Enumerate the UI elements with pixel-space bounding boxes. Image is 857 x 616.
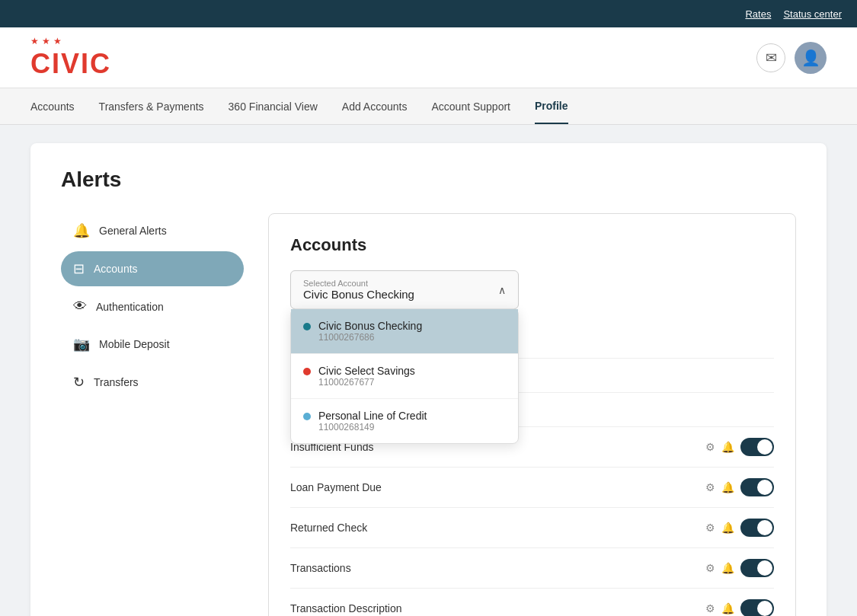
toggle-transactions[interactable] bbox=[740, 559, 774, 577]
nav-accounts[interactable]: Accounts bbox=[30, 90, 75, 123]
nav-transfers[interactable]: Transfers & Payments bbox=[99, 90, 204, 123]
layout: 🔔 General Alerts ⊟ Accounts 👁 Authentica… bbox=[61, 213, 796, 616]
settings-icon-funds[interactable]: ⚙ bbox=[705, 441, 715, 453]
main-content: Alerts 🔔 General Alerts ⊟ Accounts 👁 Aut… bbox=[0, 125, 857, 616]
content-card: Alerts 🔔 General Alerts ⊟ Accounts 👁 Aut… bbox=[30, 143, 827, 616]
sidebar-item-mobile[interactable]: 📷 Mobile Deposit bbox=[61, 327, 244, 362]
dropdown-label: Selected Account bbox=[303, 279, 414, 288]
alert-label-transactions: Transactions bbox=[290, 562, 351, 574]
accounts-icon: ⊟ bbox=[73, 260, 85, 277]
option-number-credit: 11000268149 bbox=[318, 422, 427, 432]
sidebar-label-mobile: Mobile Deposit bbox=[99, 338, 170, 350]
alert-row-transactions: Transactions ⚙ 🔔 bbox=[290, 548, 774, 589]
dot-checking bbox=[303, 323, 311, 330]
sidebar-item-accounts[interactable]: ⊟ Accounts bbox=[61, 251, 244, 286]
alert-label-description: Transaction Description bbox=[290, 602, 402, 614]
top-bar: Rates Status center bbox=[0, 0, 857, 27]
nav-financial[interactable]: 360 Financial View bbox=[229, 90, 318, 123]
option-name-savings: Civic Select Savings bbox=[318, 365, 415, 377]
alert-row-returned: Returned Check ⚙ 🔔 bbox=[290, 508, 774, 548]
avatar[interactable]: 👤 bbox=[795, 42, 827, 74]
dropdown-option-checking[interactable]: Civic Bonus Checking 11000267686 bbox=[291, 309, 518, 354]
dropdown-option-savings[interactable]: Civic Select Savings 11000267677 bbox=[291, 354, 518, 399]
sidebar: 🔔 General Alerts ⊟ Accounts 👁 Authentica… bbox=[61, 213, 244, 616]
dropdown-menu: Civic Bonus Checking 11000267686 Civic S… bbox=[290, 308, 519, 444]
star-2: ★ bbox=[42, 36, 50, 46]
sidebar-item-transfers[interactable]: ↻ Transfers bbox=[61, 365, 244, 400]
alert-controls-funds: ⚙ 🔔 bbox=[705, 438, 774, 456]
account-dropdown-container: Selected Account Civic Bonus Checking ∧ … bbox=[290, 270, 774, 309]
notification-icon-returned[interactable]: 🔔 bbox=[721, 522, 734, 534]
alert-row-description: Transaction Description ⚙ 🔔 bbox=[290, 589, 774, 616]
nav-support[interactable]: Account Support bbox=[431, 90, 510, 123]
auth-icon: 👁 bbox=[73, 298, 87, 314]
sidebar-label-authentication: Authentication bbox=[96, 301, 164, 313]
header: ★ ★ ★ CIVIC ✉ 👤 bbox=[0, 27, 857, 88]
dot-credit bbox=[303, 413, 311, 420]
dropdown-value: Civic Bonus Checking bbox=[303, 288, 414, 301]
accounts-panel: Accounts Selected Account Civic Bonus Ch… bbox=[268, 213, 796, 616]
alert-label-returned: Returned Check bbox=[290, 522, 367, 534]
sidebar-item-authentication[interactable]: 👁 Authentication bbox=[61, 289, 244, 324]
dropdown-option-credit[interactable]: Personal Line of Credit 11000268149 bbox=[291, 399, 518, 443]
alert-controls-transactions: ⚙ 🔔 bbox=[705, 559, 774, 577]
notification-icon-loan[interactable]: 🔔 bbox=[721, 481, 734, 493]
toggle-description[interactable] bbox=[740, 599, 774, 616]
logo-stars: ★ ★ ★ bbox=[30, 36, 62, 46]
nav-profile[interactable]: Profile bbox=[535, 89, 568, 124]
nav-add[interactable]: Add Accounts bbox=[342, 90, 408, 123]
settings-icon-returned[interactable]: ⚙ bbox=[705, 522, 715, 534]
account-dropdown[interactable]: Selected Account Civic Bonus Checking ∧ bbox=[290, 270, 519, 309]
star-1: ★ bbox=[30, 36, 39, 46]
option-name-credit: Personal Line of Credit bbox=[318, 410, 427, 422]
accounts-section: Accounts Selected Account Civic Bonus Ch… bbox=[268, 213, 796, 616]
toggle-returned[interactable] bbox=[740, 519, 774, 537]
sidebar-item-general[interactable]: 🔔 General Alerts bbox=[61, 213, 244, 248]
bell-icon: 🔔 bbox=[73, 222, 90, 239]
notification-icon-description[interactable]: 🔔 bbox=[721, 602, 734, 614]
logo: ★ ★ ★ CIVIC bbox=[30, 36, 111, 80]
option-number-savings: 11000267677 bbox=[318, 377, 415, 388]
sidebar-label-accounts: Accounts bbox=[94, 263, 138, 275]
status-center-link[interactable]: Status center bbox=[783, 8, 842, 20]
alert-row-loan: Loan Payment Due ⚙ 🔔 bbox=[290, 468, 774, 508]
accounts-panel-title: Accounts bbox=[290, 235, 774, 255]
logo-text: CIVIC bbox=[30, 48, 111, 80]
header-icons: ✉ 👤 bbox=[756, 42, 827, 74]
alert-label-loan: Loan Payment Due bbox=[290, 481, 382, 493]
settings-icon-loan[interactable]: ⚙ bbox=[705, 481, 715, 493]
chevron-up-icon: ∧ bbox=[498, 284, 506, 296]
rates-link[interactable]: Rates bbox=[745, 8, 771, 20]
alert-controls-description: ⚙ 🔔 bbox=[705, 599, 774, 616]
sidebar-label-general: General Alerts bbox=[99, 225, 167, 237]
sidebar-label-transfers: Transfers bbox=[94, 376, 139, 388]
notification-icon-transactions[interactable]: 🔔 bbox=[721, 562, 734, 574]
transfers-icon: ↻ bbox=[73, 374, 85, 391]
option-number-checking: 11000267686 bbox=[318, 332, 422, 343]
dot-savings bbox=[303, 368, 311, 375]
alert-controls-loan: ⚙ 🔔 bbox=[705, 478, 774, 496]
toggle-funds[interactable] bbox=[740, 438, 774, 456]
toggle-loan[interactable] bbox=[740, 478, 774, 496]
option-name-checking: Civic Bonus Checking bbox=[318, 320, 422, 332]
main-nav: Accounts Transfers & Payments 360 Financ… bbox=[0, 88, 857, 125]
mail-icon[interactable]: ✉ bbox=[756, 43, 785, 72]
star-3: ★ bbox=[53, 36, 62, 46]
page-title: Alerts bbox=[61, 168, 796, 192]
settings-icon-transactions[interactable]: ⚙ bbox=[705, 562, 715, 574]
mobile-icon: 📷 bbox=[73, 336, 90, 353]
settings-icon-description[interactable]: ⚙ bbox=[705, 602, 715, 614]
notification-icon-funds[interactable]: 🔔 bbox=[721, 441, 734, 453]
alert-controls-returned: ⚙ 🔔 bbox=[705, 519, 774, 537]
